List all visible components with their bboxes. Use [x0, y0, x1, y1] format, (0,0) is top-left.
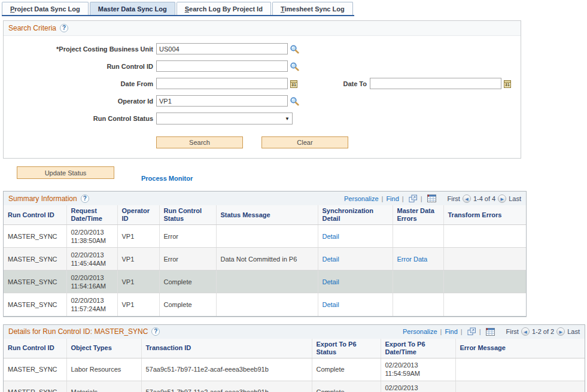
row-range: 1-2 of 2	[532, 328, 554, 335]
date-to-field[interactable]	[370, 78, 501, 89]
page-tabs: Project Data Sync Log Master Data Sync L…	[2, 2, 354, 16]
column-header: Operator ID	[117, 205, 159, 225]
column-header: Run Control Status	[159, 205, 216, 225]
svg-text:31: 31	[505, 83, 510, 87]
details-header-row: Run Control ID Object Types Transaction …	[4, 339, 585, 358]
summary-title: Summary Information	[8, 195, 77, 203]
search-criteria-header: Search Criteria ?	[4, 21, 521, 36]
table-row: MASTER_SYNC Labor Resources 57aa9c51-7b9…	[4, 358, 585, 381]
column-header: Status Message	[216, 205, 318, 225]
help-icon[interactable]: ?	[60, 24, 68, 32]
search-criteria-title: Search Criteria	[8, 24, 56, 32]
update-status-button[interactable]: Update Status	[17, 166, 114, 179]
column-header: Transaction ID	[141, 339, 312, 358]
summary-header-row: Run Control ID Request Date/Time Operato…	[4, 205, 526, 225]
find-link[interactable]: Find	[386, 195, 399, 202]
tab-project-data-sync-log[interactable]: Project Data Sync Log	[2, 2, 89, 15]
download-grid-icon[interactable]	[427, 195, 436, 202]
process-monitor-link[interactable]: Process Monitor	[141, 175, 193, 182]
column-header: Synchronization Detail	[318, 205, 393, 225]
row-range: 1-4 of 4	[473, 195, 495, 202]
next-page-icon[interactable]: ▶	[556, 327, 565, 336]
business-unit-label: *Project Costing Business Unit	[4, 45, 156, 53]
personalize-link[interactable]: Personalize	[344, 195, 378, 202]
table-row: MASTER_SYNC 02/20/201311:38:50AM VP1 Err…	[4, 225, 526, 248]
details-grid: Details for Run Control ID: MASTER_SYNC …	[3, 324, 585, 392]
operator-id-label: Operator Id	[4, 98, 156, 105]
tab-master-data-sync-log[interactable]: Master Data Sync Log	[90, 2, 175, 15]
run-control-status-label: Run Control Status	[4, 115, 156, 122]
business-unit-field[interactable]	[156, 43, 288, 54]
clear-button[interactable]: Clear	[261, 136, 348, 148]
detail-link[interactable]: Detail	[323, 256, 339, 263]
detail-link[interactable]: Detail	[323, 233, 339, 240]
previous-page-icon[interactable]: ◀	[463, 195, 471, 203]
column-header: Run Control ID	[4, 339, 66, 358]
details-title: Details for Run Control ID: MASTER_SYNC	[8, 327, 148, 336]
chevron-down-icon: ▼	[285, 116, 290, 121]
column-header: Error Message	[455, 339, 585, 358]
personalize-link[interactable]: Personalize	[403, 328, 437, 335]
help-icon[interactable]: ?	[81, 195, 89, 203]
details-table: Run Control ID Object Types Transaction …	[4, 339, 585, 392]
first-link[interactable]: First	[506, 328, 519, 335]
column-header: Master Data Errors	[393, 205, 443, 225]
last-link[interactable]: Last	[509, 195, 521, 202]
action-row: Update Status Process Monitor	[17, 166, 587, 182]
search-form: *Project Costing Business Unit Run Contr…	[4, 36, 521, 158]
table-row: MASTER_SYNC 02/20/201311:45:44AM VP1 Err…	[4, 248, 526, 271]
run-control-id-label: Run Control ID	[4, 63, 156, 70]
column-header: Transform Errors	[443, 205, 526, 225]
popout-grid-icon[interactable]	[467, 327, 476, 336]
run-control-id-lookup-icon[interactable]	[290, 62, 300, 71]
table-row: MASTER_SYNC 02/20/201311:57:24AM VP1 Com…	[4, 293, 526, 316]
table-row: MASTER_SYNC Materials 57aa9c51-7b97-11e2…	[4, 381, 585, 392]
search-button[interactable]: Search	[156, 136, 243, 148]
svg-text:31: 31	[291, 83, 296, 87]
date-to-label: Date To	[298, 80, 370, 87]
date-from-label: Date From	[4, 80, 156, 87]
column-header: Export To P6 Status	[312, 339, 381, 358]
summary-table: Run Control ID Request Date/Time Operato…	[4, 205, 526, 316]
details-titlebar: Details for Run Control ID: MASTER_SYNC …	[4, 325, 585, 339]
column-header: Request Date/Time	[66, 205, 117, 225]
run-control-status-select[interactable]: ▼	[156, 113, 293, 124]
help-icon[interactable]: ?	[151, 327, 160, 336]
find-link[interactable]: Find	[445, 328, 457, 335]
previous-page-icon[interactable]: ◀	[521, 327, 530, 336]
summary-information-grid: Summary Information ? Personalize | Find…	[3, 191, 527, 317]
detail-link[interactable]: Detail	[323, 301, 339, 308]
error-data-link[interactable]: Error Data	[397, 256, 428, 263]
column-header: Object Types	[66, 339, 141, 358]
popout-grid-icon[interactable]	[409, 195, 418, 203]
date-from-calendar-icon[interactable]: 31	[290, 79, 298, 89]
date-to-calendar-icon[interactable]: 31	[503, 79, 512, 89]
column-header: Run Control ID	[4, 205, 66, 225]
download-grid-icon[interactable]	[486, 328, 495, 336]
date-from-field[interactable]	[156, 78, 288, 89]
first-link[interactable]: First	[448, 195, 460, 202]
run-control-id-field[interactable]	[156, 60, 288, 72]
search-criteria-groupbox: Search Criteria ? *Project Costing Busin…	[3, 20, 521, 159]
operator-id-lookup-icon[interactable]	[290, 96, 300, 106]
operator-id-field[interactable]	[156, 95, 288, 107]
next-page-icon[interactable]: ▶	[498, 195, 506, 203]
tab-timesheet-sync-log[interactable]: Timesheet Sync Log	[272, 2, 353, 15]
last-link[interactable]: Last	[567, 328, 580, 335]
business-unit-lookup-icon[interactable]	[290, 44, 300, 54]
detail-link[interactable]: Detail	[323, 278, 339, 285]
table-row-selected: MASTER_SYNC 02/20/201311:54:16AM VP1 Com…	[4, 271, 526, 293]
summary-titlebar: Summary Information ? Personalize | Find…	[4, 192, 526, 205]
column-header: Export To P6 Date/Time	[381, 339, 455, 358]
tab-search-log-by-project-id[interactable]: Search Log By Project Id	[177, 2, 271, 15]
